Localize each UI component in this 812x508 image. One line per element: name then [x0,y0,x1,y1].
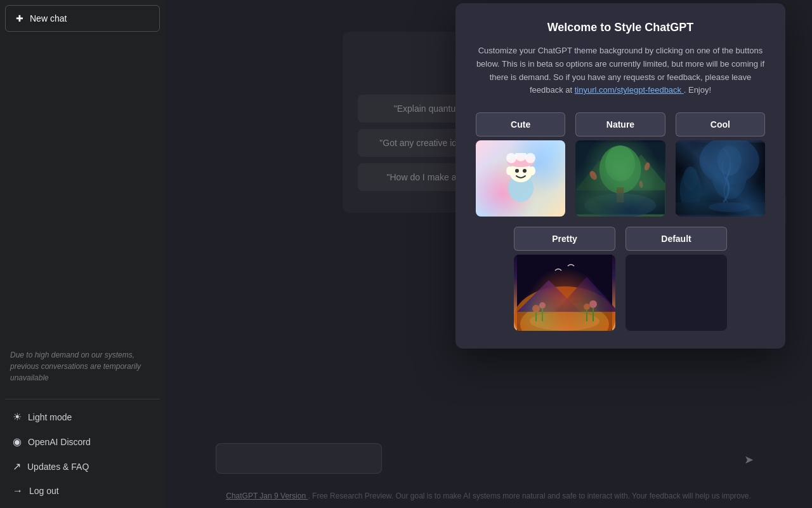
svg-point-28 [708,203,750,212]
sidebar-item-logout[interactable]: → Log out [5,479,160,503]
svg-marker-12 [575,161,623,190]
svg-point-26 [683,166,698,190]
pretty-button[interactable]: Pretty [514,227,615,251]
svg-point-10 [525,153,535,163]
sidebar-notice: Due to high demand on our systems, previ… [5,344,160,394]
external-link-icon: ↗ [13,460,21,472]
sidebar-divider [5,399,160,399]
style-chatgpt-modal: Welcome to Style ChatGPT Customize your … [455,3,785,349]
svg-rect-27 [676,203,765,215]
svg-rect-16 [617,187,624,203]
sidebar-item-discord[interactable]: ◉ OpenAI Discord [5,429,160,454]
svg-point-15 [605,145,635,182]
default-preview [625,255,727,331]
new-chat-button[interactable]: ✚ New chat [5,5,160,32]
svg-point-38 [589,300,597,308]
svg-point-22 [699,140,759,184]
sun-icon: ☀ [13,411,22,423]
svg-point-24 [717,145,742,175]
discord-icon: ◉ [13,436,22,448]
svg-marker-33 [555,277,615,312]
light-mode-label: Light mode [28,412,72,422]
svg-rect-11 [575,143,665,215]
main-area: ☀ Examples "Explain quantum computing in… [165,0,812,508]
theme-option-cool: Cool [676,112,765,217]
svg-point-30 [514,286,615,331]
sidebar: ✚ New chat Due to high demand on our sys… [0,0,165,508]
nature-preview [575,140,665,217]
feedback-link[interactable]: tinyurl.com/stylegpt-feedback [575,85,684,95]
svg-point-35 [532,305,540,312]
new-chat-label: New chat [30,13,67,23]
updates-label: Updates & FAQ [27,462,89,472]
svg-marker-32 [517,280,580,312]
cool-preview [676,140,765,217]
nature-button[interactable]: Nature [575,112,665,137]
svg-point-17 [589,170,599,182]
sidebar-item-updates[interactable]: ↗ Updates & FAQ [5,454,160,479]
svg-point-5 [529,166,535,175]
theme-option-pretty: Pretty [514,227,615,331]
pretty-preview [514,255,615,331]
svg-rect-29 [517,255,612,331]
sidebar-item-light-mode[interactable]: ☀ Light mode [5,404,160,429]
svg-point-20 [584,194,656,217]
svg-point-36 [539,302,546,309]
svg-point-37 [584,304,590,310]
theme-option-cute: Cute [476,112,565,217]
logout-label: Log out [29,486,59,496]
default-button[interactable]: Default [625,227,727,251]
svg-point-31 [520,302,609,331]
theme-option-nature: Nature [575,112,665,217]
svg-point-34 [530,312,599,331]
logout-icon: → [13,485,23,497]
svg-rect-21 [676,143,765,215]
svg-point-19 [639,181,644,189]
svg-point-25 [679,170,701,211]
modal-overlay[interactable]: Welcome to Style ChatGPT Customize your … [165,0,812,508]
plus-icon: ✚ [16,13,23,23]
cute-preview [476,140,565,217]
discord-label: OpenAI Discord [28,437,91,447]
cute-button[interactable]: Cute [476,112,565,137]
svg-point-18 [644,162,652,171]
svg-point-3 [523,169,527,173]
modal-description: Customize your ChatGPT theme background … [476,44,765,97]
svg-marker-13 [612,155,665,191]
theme-grid-top: Cute [476,112,765,217]
svg-point-4 [506,166,513,175]
svg-point-23 [711,145,747,199]
cool-button[interactable]: Cool [676,112,765,137]
svg-point-8 [506,153,516,163]
theme-grid-bottom: Pretty [476,227,765,331]
svg-point-2 [515,169,519,173]
modal-title: Welcome to Style ChatGPT [476,21,765,34]
svg-point-14 [599,145,641,193]
theme-option-default: Default [625,227,727,331]
